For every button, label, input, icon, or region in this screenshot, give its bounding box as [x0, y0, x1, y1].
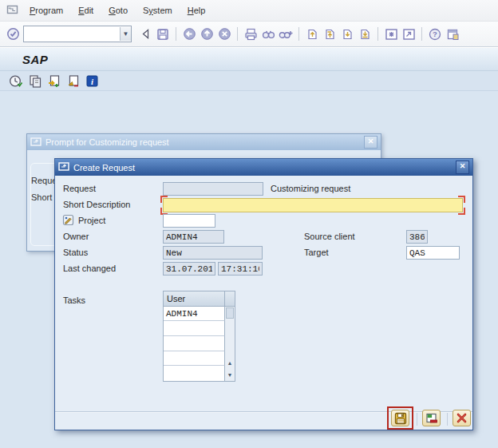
project-icon: [62, 214, 74, 228]
short-description-field[interactable]: [163, 198, 463, 212]
target-label: Target: [304, 248, 329, 257]
screen-title: SAP: [22, 53, 48, 66]
dialog-icon: [30, 137, 42, 148]
save-icon[interactable]: [155, 26, 171, 42]
cancel-button[interactable]: [453, 410, 471, 426]
execute-icon[interactable]: [7, 73, 24, 89]
tasks-table: User ADMIN4 ▲ ▼: [163, 291, 235, 382]
task-row[interactable]: [164, 336, 225, 351]
close-icon[interactable]: ✕: [456, 161, 469, 174]
owner-label: Owner: [63, 232, 89, 241]
title-band: SAP: [0, 48, 498, 71]
print-icon[interactable]: [243, 26, 259, 42]
status-field: [163, 246, 263, 260]
information-icon[interactable]: i: [84, 73, 101, 89]
source-client-field: [406, 230, 428, 244]
find-icon[interactable]: [260, 26, 276, 42]
button-separator: [417, 413, 417, 426]
short-description-label: Short Description: [63, 200, 130, 209]
command-field[interactable]: ▼: [23, 26, 132, 42]
create-request-dialog: Create Request ✕ Request Customizing req…: [54, 158, 473, 430]
request-type-text: Customizing request: [271, 184, 350, 193]
cancel-x-icon: [456, 412, 468, 424]
annotation-highlight-box: [387, 406, 413, 430]
last-changed-label: Last changed: [63, 264, 116, 273]
dialog-icon: [58, 162, 69, 172]
scroll-down-icon[interactable]: ▼: [225, 369, 235, 381]
status-label: Status: [63, 248, 88, 257]
tasks-scrollbar[interactable]: ▲ ▼: [225, 291, 235, 381]
last-changed-date-field: [163, 262, 215, 276]
end-button[interactable]: [422, 410, 441, 426]
tasks-scrollbar-header: [225, 291, 235, 307]
command-dropdown-icon[interactable]: ▼: [120, 27, 131, 41]
menu-bar: Program Edit Goto System Help: [0, 0, 498, 22]
last-changed-time-field: [218, 262, 263, 276]
copy-icon[interactable]: [26, 73, 43, 89]
create-shortcut-icon[interactable]: [401, 26, 417, 42]
back-icon[interactable]: [137, 26, 153, 42]
next-page-icon[interactable]: [339, 26, 355, 42]
scrollbar-thumb[interactable]: [226, 307, 234, 319]
focus-corner-icon: [458, 196, 465, 203]
prompt-dialog-titlebar[interactable]: Prompt for Customizing request ✕: [27, 134, 381, 150]
create-request-title: Create Request: [73, 163, 135, 172]
request-field: [163, 182, 263, 196]
scrollbar-track[interactable]: [225, 319, 235, 357]
focus-corner-icon: [160, 196, 168, 203]
nav-exit-icon[interactable]: [199, 26, 215, 42]
create-request-titlebar[interactable]: Create Request ✕: [55, 159, 472, 176]
first-page-icon[interactable]: [304, 26, 320, 42]
tasks-user-column: User ADMIN4: [164, 291, 225, 381]
tasks-label: Tasks: [63, 295, 85, 305]
task-row[interactable]: [164, 321, 225, 336]
menu-help[interactable]: Help: [188, 6, 206, 15]
enter-icon[interactable]: [5, 26, 21, 42]
new-session-icon[interactable]: [383, 26, 399, 42]
command-input[interactable]: [24, 28, 120, 40]
system-menu-icon[interactable]: [6, 5, 18, 16]
owner-field: [163, 230, 224, 244]
standard-toolbar: ▼: [0, 22, 498, 47]
toolbar-separator: [377, 27, 378, 41]
short-description-focus-frame: [163, 198, 463, 212]
last-page-icon[interactable]: [357, 26, 373, 42]
application-toolbar: i: [0, 71, 498, 91]
choose-icon[interactable]: [45, 73, 62, 89]
toolbar-separator: [237, 27, 238, 41]
svg-text:?: ?: [433, 30, 437, 38]
deselect-icon[interactable]: [65, 73, 81, 89]
help-icon[interactable]: ?: [427, 26, 443, 42]
close-icon[interactable]: ✕: [364, 136, 377, 149]
toolbar-separator: [176, 27, 176, 41]
focus-corner-icon: [458, 208, 465, 215]
task-row[interactable]: ADMIN4: [164, 307, 225, 322]
prompt-dialog-title: Prompt for Customizing request: [45, 137, 169, 147]
menu-system[interactable]: System: [143, 6, 172, 15]
nav-cancel-icon[interactable]: [216, 26, 232, 42]
toolbar-separator: [298, 27, 299, 41]
sap-gui-window: Program Edit Goto System Help ▼: [0, 0, 498, 448]
previous-page-icon[interactable]: [322, 26, 338, 42]
project-label: Project: [78, 216, 105, 225]
nav-back-icon[interactable]: [181, 26, 197, 42]
menu-program[interactable]: Program: [30, 6, 63, 15]
task-row[interactable]: [164, 366, 225, 381]
scroll-up-icon[interactable]: ▲: [225, 357, 235, 369]
toolbar-separator: [421, 27, 422, 41]
button-separator: [447, 413, 448, 426]
menu-edit[interactable]: Edit: [78, 6, 93, 15]
window-end-icon: [425, 412, 438, 425]
project-field[interactable]: [163, 214, 215, 228]
menu-goto[interactable]: Goto: [109, 6, 128, 15]
customize-layout-icon[interactable]: [445, 26, 460, 42]
task-row[interactable]: [164, 351, 225, 367]
find-next-icon[interactable]: [278, 26, 294, 42]
target-field[interactable]: [406, 246, 460, 260]
tasks-header-user: User: [164, 291, 225, 307]
request-label: Request: [63, 184, 96, 193]
source-client-label: Source client: [304, 232, 355, 241]
